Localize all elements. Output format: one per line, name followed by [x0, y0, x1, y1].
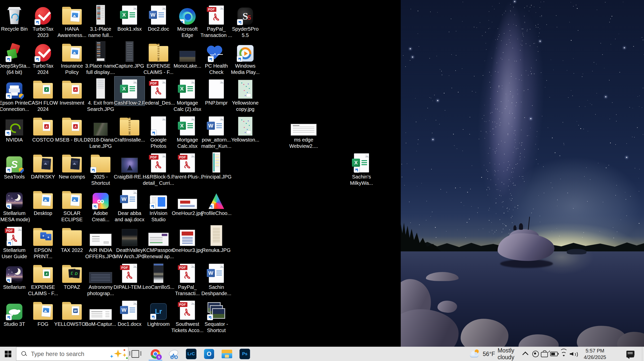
- lightroom-classic-icon: LrC: [186, 349, 196, 359]
- thumb-oh3-icon: [180, 230, 195, 246]
- excel-icon: X: [354, 153, 369, 172]
- thumb-map-icon: [238, 80, 252, 99]
- desktop-icon-label: MortgageCalc (2).xlsx: [174, 100, 201, 112]
- task-view-button[interactable]: [128, 347, 142, 361]
- spyder-icon: S5: [237, 8, 253, 25]
- desktop-icon-wmp[interactable]: WindowsMedia Play...: [226, 40, 264, 75]
- folder-photo-icon: [33, 304, 53, 320]
- shortcut-arrow-icon: [5, 130, 11, 136]
- word-icon: W: [209, 116, 224, 136]
- desktop[interactable]: Recycle BinTurboTax2023HANAAwareness...3…: [0, 0, 644, 347]
- thumb-astro-icon: [89, 272, 112, 283]
- thumb-oh2-icon: [178, 199, 197, 209]
- desktop-icon-label: Sachin'sMilkyWa...: [350, 174, 373, 186]
- desktop-icon-yellowston[interactable]: Yellowston...: [226, 114, 264, 143]
- taskbar-app-file-explorer[interactable]: [219, 347, 235, 361]
- battery-charging-icon: [550, 352, 558, 356]
- shortcut-arrow-icon: [237, 56, 243, 62]
- desktop-icon-label: InVisionStudio: [150, 210, 168, 223]
- thumb-principal-icon: [213, 152, 220, 172]
- desktop-icon-label: PC HealthCheck: [205, 63, 228, 75]
- clock[interactable]: 5:57 PM 4/26/2025: [579, 347, 611, 361]
- shortcut-arrow-icon: [150, 203, 156, 209]
- shortcut-arrow-icon: [6, 314, 12, 320]
- taskbar-app-chrome[interactable]: S: [147, 347, 164, 361]
- shortcut-arrow-icon: [7, 240, 13, 246]
- desktop-icon-renuka-jpg[interactable]: Renuka.JPG: [197, 225, 235, 253]
- taskbar-app-snipping-tool[interactable]: [165, 347, 181, 361]
- desktop-icon-label: ms edgeWebview2....: [289, 137, 318, 149]
- desktop-icon-label: Doc2.doc: [148, 26, 169, 32]
- search-highlights-icon[interactable]: [109, 348, 130, 360]
- taskbar-search-box[interactable]: [16, 347, 128, 361]
- shortcut-arrow-icon: [208, 203, 214, 209]
- stellarium-icon: [6, 266, 23, 283]
- desktop-icon-sachin-deshpande[interactable]: WSachinDeshpande...: [197, 262, 235, 297]
- desktop-icon-spyder5pro[interactable]: S5Spyder5Pro5.5: [226, 4, 264, 38]
- desktop-icon-label: Book1.xlsx: [117, 26, 142, 32]
- taskbar-app-lightroom-classic[interactable]: LrC: [183, 347, 199, 361]
- pchealth-icon: [208, 46, 224, 62]
- thumb-shot-icon: [96, 5, 105, 25]
- desktop-icon-ms-edge-webview2[interactable]: ms edgeWebview2....: [285, 114, 323, 149]
- tray-network-button[interactable]: [559, 347, 569, 361]
- show-desktop-button[interactable]: [642, 347, 644, 361]
- speaker-icon: [570, 351, 577, 357]
- start-button[interactable]: [0, 347, 16, 361]
- search-input[interactable]: [30, 350, 109, 358]
- desktop-icon-sachins-milkyway[interactable]: XSachin'sMilkyWa...: [343, 151, 380, 186]
- desktop-icon-label: Spyder5Pro5.5: [232, 26, 259, 38]
- desktop-icon-label: InsurancePolicy: [61, 63, 83, 75]
- shortcut-arrow-icon: [150, 314, 156, 320]
- desktop-icon-label: SOLARECLIPSE: [61, 210, 83, 223]
- desktop-icon-profilechooser[interactable]: ProfileChoo...: [197, 188, 235, 216]
- thumb-shotdark-icon: [96, 41, 105, 62]
- desktop-icon-label: PayPal_Transacti...: [175, 284, 200, 297]
- tray-camera-button[interactable]: [540, 347, 549, 361]
- folder-pdf-icon: A: [62, 120, 82, 136]
- desktop-icon-label: SeaTools: [4, 174, 25, 180]
- folder-zip-icon: [120, 120, 139, 136]
- folder-excel-icon: X: [33, 83, 53, 99]
- shortcut-arrow-icon: [354, 167, 360, 173]
- desktop-icon-label: Studio 3T: [4, 321, 25, 327]
- action-center-button[interactable]: [623, 347, 637, 361]
- thumb-aiw-icon: [90, 234, 111, 246]
- desktop-icon-label: Yellowstonecopy.jpg: [232, 100, 259, 112]
- taskbar-app-photoshop[interactable]: Ps: [237, 347, 253, 361]
- tray-battery-button[interactable]: [549, 347, 559, 361]
- shortcut-arrow-icon: [208, 56, 214, 62]
- desktop-icon-sequator-shortcut[interactable]: Sequator -Shortcut: [197, 299, 235, 334]
- desktop-icon-label: 2025 -Shortcut: [91, 174, 110, 186]
- deepsky-icon: [6, 44, 23, 62]
- excel-icon: X: [122, 6, 137, 25]
- weather-temperature: 56°F: [483, 351, 495, 357]
- desktop-icon-principal-jpg[interactable]: Principal.JPG: [197, 151, 235, 180]
- pdf-icon: PDF: [180, 153, 195, 172]
- thumb-renuka-icon: [211, 225, 222, 246]
- desktop-icon-label: MonoLake...: [174, 63, 201, 69]
- hidden-icons-button[interactable]: [520, 347, 531, 361]
- chevron-up-icon: [522, 351, 528, 357]
- thumb-dv-icon: [122, 229, 137, 246]
- desktop-icon-label: ProfileChoo...: [201, 210, 231, 216]
- shortcut-arrow-icon: [92, 203, 98, 209]
- clock-date: 4/26/2025: [584, 354, 606, 360]
- turbotax-icon: [35, 44, 51, 62]
- photoshop-icon: Ps: [239, 349, 250, 359]
- shortcut-arrow-icon: [151, 130, 157, 136]
- tray-record-button[interactable]: [531, 347, 540, 361]
- desktop-icon-label: Stellarium: [3, 284, 26, 290]
- folder-excel-icon: X: [33, 267, 53, 283]
- desktop-icon-yellowstone-copy[interactable]: Yellowstonecopy.jpg: [226, 77, 264, 112]
- tray-volume-button[interactable]: [569, 347, 579, 361]
- outlook-icon: O: [204, 349, 214, 359]
- folder-photo-icon: [62, 193, 82, 209]
- desktop-icon-label: FOG: [37, 321, 48, 327]
- taskbar-app-outlook[interactable]: O: [201, 347, 217, 361]
- desktop-icon-label: WindowsMedia Play...: [231, 63, 260, 75]
- folder-photo-icon: [62, 46, 82, 62]
- page-icon: [151, 116, 166, 136]
- word-icon: W: [151, 6, 166, 25]
- desktop-icon-label: EPSONPRINT...: [34, 247, 52, 260]
